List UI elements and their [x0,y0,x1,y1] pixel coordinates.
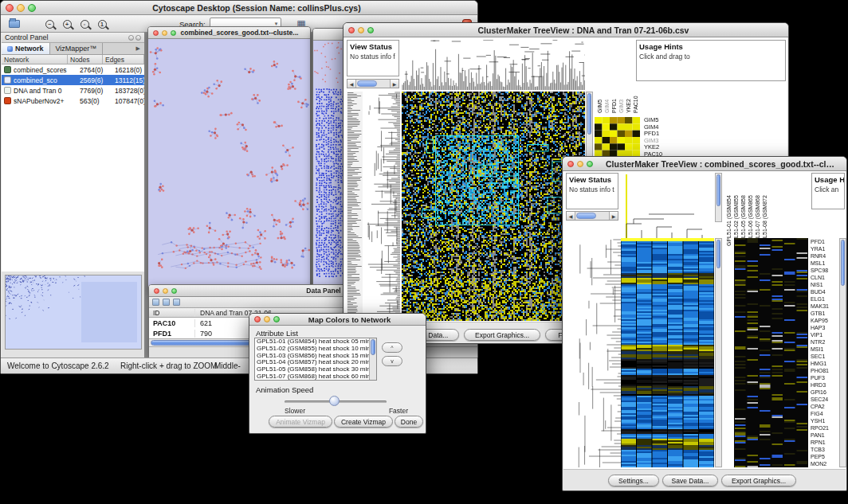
zoom-button[interactable] [273,316,280,322]
minimize-button[interactable] [162,30,167,36]
scroll-thumb[interactable] [587,93,591,135]
vertical-scrollbar[interactable] [839,238,846,467]
gene-label[interactable]: PEP5 [811,453,829,460]
close-button[interactable] [567,161,574,167]
tab-vizmapper[interactable]: VizMapper™ [50,43,104,54]
minimize-button[interactable] [17,4,25,12]
scroll-left-icon[interactable]: ◀ [347,80,356,88]
zoom-button[interactable] [171,30,176,36]
open-folder-icon[interactable] [7,17,22,31]
gene-label[interactable]: RNR4 [811,252,829,260]
gene-label[interactable]: YRA1 [811,245,829,252]
attribute-listbox[interactable]: GPL51-01 (GSM854) heat shock 05 minGPL51… [254,338,377,381]
gene-label[interactable]: SPC98 [811,267,829,274]
scroll-thumb[interactable] [841,240,845,286]
gene-label[interactable]: SEC24 [811,396,829,403]
scroll-left-icon[interactable]: ◀ [567,212,575,220]
panel-float-icon[interactable] [128,35,134,41]
vertical-scrollbar[interactable] [715,238,722,467]
scroll-thumb[interactable] [716,240,720,268]
gene-label[interactable]: MSL1 [811,260,829,267]
move-down-button[interactable]: v [382,356,402,366]
network-overview-thumbnail[interactable] [5,275,142,350]
done-button[interactable]: Done [395,416,423,428]
column-dendrogram[interactable] [621,173,714,240]
zoom-one-to-one-icon[interactable]: 1 [95,17,109,31]
settings-button[interactable]: Settings... [608,475,659,486]
network-window-title-bar[interactable]: combined_scores_good.txt--cluste... [148,27,310,39]
network-row[interactable]: DNA and Tran 07769(0)183728(0) [2,85,144,96]
minimize-button[interactable] [163,288,168,294]
correlation-matrix[interactable] [595,117,640,157]
minimize-button[interactable] [577,161,583,167]
gene-label[interactable]: KAP95 [811,317,829,324]
network-canvas[interactable] [148,39,310,288]
column-header-id[interactable]: ID [149,309,195,317]
gene-label[interactable]: SEC1 [811,353,829,360]
gene-label[interactable]: RPN1 [811,439,829,446]
zoom-in-icon[interactable]: + [60,17,74,31]
scroll-right-icon[interactable]: ▶ [390,80,398,88]
heatmap-canvas[interactable] [402,92,585,321]
export-graphics-button[interactable]: Export Graphics... [464,329,540,341]
network-row[interactable]: combined_sco2569(6)13112(15) [2,75,144,85]
scroll-thumb[interactable] [357,80,377,87]
vertical-scrollbar[interactable] [715,173,722,222]
scroll-thumb[interactable] [716,174,720,206]
horizontal-scroll-control[interactable]: ◀ ▶ [566,211,618,221]
gene-label[interactable]: HRD3 [811,381,829,389]
gene-label[interactable]: NIS1 [811,281,829,288]
zoom-fit-icon[interactable]: ▫ [77,17,92,31]
close-button[interactable] [254,316,261,322]
horizontal-scroll-control[interactable]: ◀ ▶ [347,79,399,88]
minimize-button[interactable] [264,316,270,322]
zoom-button[interactable] [367,27,374,33]
secondary-heatmap-canvas[interactable] [734,238,808,467]
row-dendrogram[interactable] [566,238,621,467]
save-data-button[interactable]: Save Data... [662,475,718,486]
gene-label[interactable]: VIP1 [811,331,829,338]
gene-label[interactable]: ELG1 [811,295,829,303]
close-button[interactable] [154,288,159,294]
attribute-create-icon[interactable] [163,299,170,306]
gene-label[interactable]: HMG1 [811,360,829,367]
network-row[interactable]: combined_scores2764(0)16218(0) [2,64,144,75]
tab-overflow-arrow[interactable]: ▶ [132,43,144,54]
gene-label[interactable]: NTR2 [811,338,829,346]
heatmap-canvas[interactable] [621,238,714,467]
minimize-button[interactable] [358,27,364,33]
dialog-title-bar[interactable]: Map Colors to Network [249,314,426,326]
gene-label[interactable]: FIG4 [811,410,829,417]
gene-label[interactable]: HAP3 [811,324,829,331]
vertical-scrollbar[interactable] [369,338,376,380]
gene-label[interactable]: YSH1 [811,417,829,424]
treeview-combined-title-bar[interactable]: ClusterMaker TreeView : combined_scores_… [563,157,846,171]
attribute-list-item[interactable]: GPL51-07 (GSM868) heat shock 60 min [255,373,369,381]
gene-label[interactable]: TCB3 [811,446,829,453]
zoom-button[interactable] [587,161,593,167]
scroll-right-icon[interactable]: ▶ [609,212,618,220]
attribute-select-icon[interactable] [152,299,159,306]
speed-slider-thumb[interactable] [329,396,340,406]
gene-label[interactable]: PFD1 [811,238,829,245]
attribute-delete-icon[interactable] [173,299,180,306]
scroll-thumb[interactable] [371,339,375,355]
close-button[interactable] [153,30,159,36]
gene-label[interactable]: CLN1 [811,274,829,281]
network-row[interactable]: sNAPuberNov2+563(0)107847(0) [2,96,144,106]
zoom-out-icon[interactable]: − [42,17,57,31]
create-vizmap-button[interactable]: Create Vizmap [334,416,393,428]
scroll-thumb[interactable] [576,213,596,219]
gene-label[interactable]: BUD4 [811,288,829,295]
gene-label[interactable]: CPA2 [811,403,829,410]
gene-label[interactable]: MSI1 [811,346,829,353]
panel-close-icon[interactable] [135,35,141,41]
gene-label[interactable]: PUF3 [811,374,829,381]
gene-label[interactable]: PAN1 [811,432,829,439]
gene-label[interactable]: PHO81 [811,367,829,374]
zoom-button[interactable] [28,4,36,12]
gene-label[interactable]: GTB1 [811,310,829,317]
column-dendrogram[interactable] [402,40,585,90]
close-button[interactable] [6,4,14,12]
close-button[interactable] [348,27,355,33]
